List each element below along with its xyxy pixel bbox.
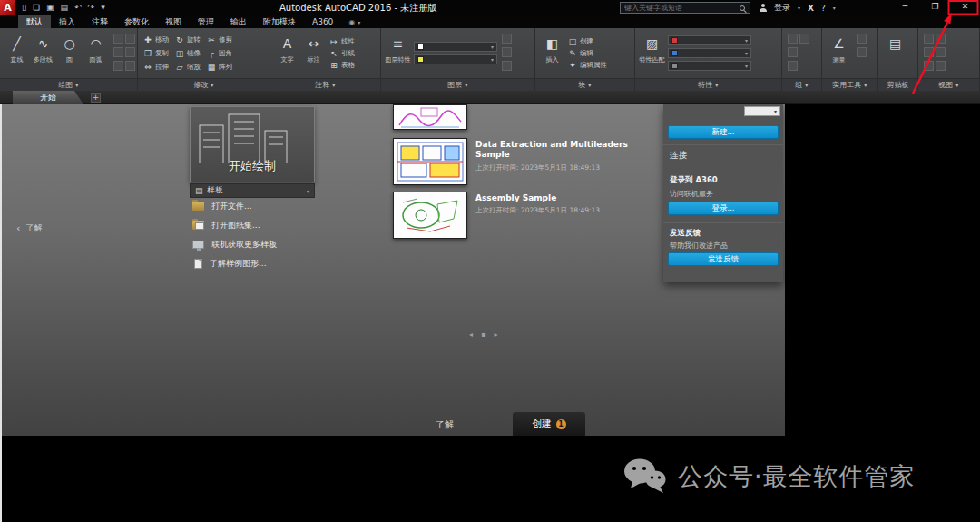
mini-tool-icon[interactable] — [936, 61, 946, 71]
mini-tool-icon[interactable] — [502, 61, 512, 71]
mini-tool-icon[interactable] — [788, 61, 798, 71]
recent-doc-thumbnail[interactable] — [393, 104, 467, 130]
tool-阵列[interactable]: ▦阵列 — [207, 61, 232, 74]
user-icon[interactable] — [759, 4, 767, 12]
mini-tool-icon[interactable] — [936, 34, 946, 44]
page-indicator-icon[interactable]: ▪ — [481, 330, 485, 339]
mini-tool-icon[interactable] — [924, 61, 934, 71]
ribbon-tab-注释[interactable]: 注释 — [83, 15, 116, 28]
panel-label-剪贴板[interactable]: 剪贴板 — [878, 78, 917, 91]
tool-圆角[interactable]: ╭圆角 — [207, 47, 232, 60]
panel-label-注释[interactable]: 注释 ▾ — [270, 78, 380, 91]
recent-doc-title[interactable]: Data Extraction and Multileaders Sample — [475, 140, 634, 161]
tool-移动[interactable]: ✚移动 — [143, 34, 169, 46]
ribbon-dropdown[interactable]: ▾ — [414, 42, 497, 52]
save-icon[interactable]: ▣ — [46, 0, 54, 15]
tool-插入[interactable]: ◧插入 — [539, 30, 565, 64]
mini-tool-icon[interactable] — [924, 47, 934, 57]
search-input[interactable] — [621, 4, 740, 12]
start-file-tab[interactable]: 开始 — [13, 91, 83, 104]
recent-doc-title[interactable]: Assembly Sample — [475, 193, 634, 203]
start-drawing-card[interactable]: 开始绘制 — [190, 106, 315, 182]
tool-特性匹配[interactable]: ▨特性匹配 — [639, 30, 665, 64]
recent-doc-thumbnail[interactable] — [393, 138, 467, 185]
ribbon-dropdown[interactable]: ▾ — [668, 61, 751, 71]
mini-tool-icon[interactable] — [857, 47, 867, 57]
search-icon[interactable] — [740, 5, 745, 11]
tool-缩放[interactable]: ▱缩放 — [175, 61, 201, 74]
tool-引线[interactable]: ↖引线 — [329, 49, 355, 58]
help-dropdown-icon[interactable]: ▾ — [833, 5, 836, 11]
recent-doc-row[interactable]: Assembly Sample 上次打开时间: 2023年5月1日 18:49:… — [393, 192, 634, 239]
ribbon-tab-视图[interactable]: 视图 — [157, 15, 190, 28]
tool-paste[interactable]: ▤ — [882, 30, 908, 54]
mini-tool-icon[interactable] — [502, 47, 512, 57]
tool-线性[interactable]: ↦线性 — [329, 37, 355, 46]
exchange-apps-icon[interactable]: X — [808, 4, 814, 13]
tool-创建[interactable]: □创建 — [568, 37, 607, 46]
plot-icon[interactable]: ▤ — [61, 0, 69, 15]
panel-label-图层[interactable]: 图层 ▾ — [381, 78, 534, 91]
learn-panel-collapse[interactable]: ‹ 了解 — [16, 222, 42, 234]
qat-customize-icon[interactable]: ▾ — [101, 0, 105, 15]
mini-tool-icon[interactable] — [502, 34, 512, 44]
tool-直线[interactable]: ╱直线 — [4, 30, 30, 64]
page-prev-icon[interactable]: ◂ — [469, 330, 473, 339]
tab-learn[interactable]: 了解 — [436, 419, 454, 431]
mini-tool-icon[interactable] — [125, 34, 135, 44]
ribbon-dropdown[interactable]: ▾ — [668, 48, 751, 58]
ribbon-tab-参数化[interactable]: 参数化 — [116, 15, 157, 28]
new-file-icon[interactable]: ▯ — [22, 0, 26, 15]
mini-tool-icon[interactable] — [936, 47, 946, 57]
tool-镜像[interactable]: ◫镜像 — [175, 47, 201, 60]
redo-icon[interactable]: ↷ — [88, 0, 95, 15]
ribbon-tab-管理[interactable]: 管理 — [190, 15, 222, 28]
new-drawing-tab-button[interactable]: + — [91, 93, 101, 103]
mini-tool-icon[interactable] — [857, 34, 867, 44]
tool-文字[interactable]: A文字 — [274, 30, 300, 64]
maximize-button[interactable]: ❐ — [920, 0, 950, 15]
link-打开图纸集...[interactable]: 打开图纸集... — [192, 220, 277, 231]
mini-tool-icon[interactable] — [113, 61, 123, 71]
recent-doc-thumbnail[interactable] — [393, 192, 467, 239]
autocad-logo-icon[interactable]: A — [0, 0, 15, 15]
ribbon-display-toggle[interactable]: ◉ ▾ — [348, 15, 360, 28]
minimize-button[interactable]: ─ — [890, 0, 920, 15]
tool-编辑[interactable]: ✎编辑 — [568, 49, 607, 58]
undo-icon[interactable]: ↶ — [74, 0, 82, 15]
tool-编辑属性[interactable]: ✦编辑属性 — [568, 61, 607, 70]
send-feedback-button[interactable]: 发送反馈 — [668, 252, 779, 266]
panel-label-组[interactable]: 组 ▾ — [782, 78, 821, 91]
mini-tool-icon[interactable] — [788, 47, 798, 57]
ribbon-tab-A360[interactable]: A360 — [304, 15, 341, 28]
signin-dropdown-icon[interactable]: ▾ — [798, 5, 800, 11]
signin-label[interactable]: 登录 — [774, 2, 790, 14]
panel-label-绘图[interactable]: 绘图 ▾ — [0, 78, 137, 91]
tool-多段线[interactable]: ∿多段线 — [30, 30, 56, 64]
ribbon-tab-默认[interactable]: 默认 — [18, 15, 51, 28]
tool-修剪[interactable]: ✂修剪 — [207, 34, 232, 46]
open-file-icon[interactable]: ❏ — [33, 0, 40, 15]
recent-doc-row[interactable]: Data Extraction and Multileaders Sample … — [393, 138, 634, 185]
ribbon-tab-插入[interactable]: 插入 — [51, 15, 83, 28]
signin-button[interactable]: 登录... — [668, 202, 779, 215]
ribbon-dropdown[interactable]: ▾ — [668, 35, 751, 45]
close-button[interactable]: ✕ — [950, 0, 980, 15]
mini-tool-icon[interactable] — [788, 34, 798, 44]
tool-测量[interactable]: ∠测量 — [826, 30, 852, 64]
panel-label-修改[interactable]: 修改 ▾ — [138, 78, 270, 91]
recent-doc-row[interactable] — [393, 104, 467, 130]
ribbon-tab-输出[interactable]: 输出 — [222, 15, 255, 28]
ribbon-tab-附加模块[interactable]: 附加模块 — [255, 15, 304, 28]
mini-tool-icon[interactable] — [799, 34, 809, 44]
tab-create[interactable]: 创建 1 — [513, 412, 585, 436]
mini-tool-icon[interactable] — [125, 61, 135, 71]
mini-tool-icon[interactable] — [924, 34, 934, 44]
tool-旋转[interactable]: ↻旋转 — [175, 34, 201, 46]
tool-圆弧[interactable]: ◠圆弧 — [83, 30, 109, 64]
tool-圆[interactable]: ○圆 — [56, 30, 83, 64]
help-icon[interactable]: ? — [821, 4, 826, 13]
panel-label-实用工具[interactable]: 实用工具 ▾ — [822, 78, 877, 91]
ribbon-dropdown[interactable]: ▾ — [414, 54, 497, 64]
tool-拉伸[interactable]: ⇔拉伸 — [143, 61, 169, 74]
